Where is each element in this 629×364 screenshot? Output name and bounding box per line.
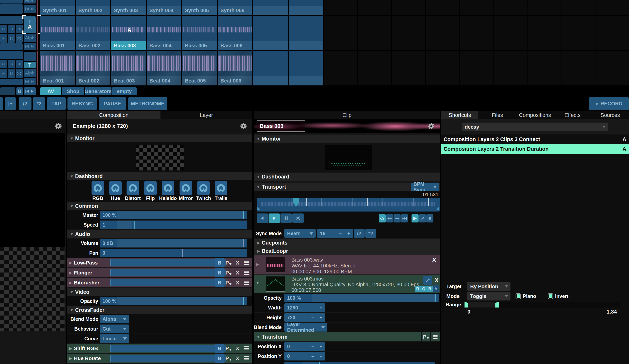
tab-compositions[interactable]: Compositions [516,111,554,119]
bpm-double-button[interactable]: *2 [33,97,45,110]
clip-cell[interactable]: Bass 006 [218,16,252,50]
tab-layer[interactable]: Layer [161,111,252,119]
section-cuepoints[interactable]: ▶Cuepoints [254,239,440,247]
fx-slider[interactable] [110,355,226,362]
video-file-block[interactable]: ▼ Bass 003.mov DXV 3.0 Normal Quality, N… [254,275,440,293]
fx-bitcrusher[interactable]: ▶ Bitcrusher B P X [67,278,252,287]
fx-preset-button[interactable]: P [224,268,233,277]
play-backward-button[interactable] [257,214,268,223]
restart-trigger-button[interactable] [412,214,419,223]
fx-bypass-button[interactable]: B [215,268,224,277]
fx-slider[interactable] [110,269,226,276]
timeline[interactable] [257,198,440,212]
width-stepper[interactable]: 1280 – + [284,303,325,312]
shortcut-item[interactable]: Composition Layers 2 Clips 3 Connect A [441,135,629,144]
bpm-half-button[interactable]: /2 [18,97,31,110]
scale-slider[interactable]: 100 % [284,362,435,364]
dial-trails[interactable]: Trails [209,181,233,201]
clip-cell-empty[interactable] [253,0,288,15]
range-min-handle[interactable] [465,302,468,308]
layer-trigger-button[interactable]: T [24,62,36,68]
play-forward-button[interactable] [269,214,280,223]
speed-slider[interactable]: 1 [100,221,247,229]
clip-cell-empty[interactable] [253,16,288,50]
increment-button[interactable]: + [317,344,325,349]
channel-a-button[interactable]: A [433,285,439,292]
fx-remove-button[interactable]: X [233,354,242,363]
gear-icon[interactable] [55,122,62,130]
bpm-plus-button[interactable]: |+ [5,97,16,110]
clip-cell[interactable]: Beat 006 [218,51,252,85]
deck-tab-empty[interactable]: empty [112,87,137,95]
layer-ctl[interactable] [16,34,23,43]
fx-slider[interactable] [110,345,226,352]
tab-composition[interactable]: Composition [67,111,160,119]
metronome-button[interactable]: METRONOME [128,97,167,110]
range-max-handle[interactable] [495,302,499,308]
deck-tab-av[interactable]: AV [40,87,61,95]
random-button[interactable] [292,214,304,223]
fx-bypass-button[interactable]: B [215,258,224,267]
fx-lowpass[interactable]: ▶ Low-Pass B P X [67,258,252,267]
fx-menu-button[interactable] [242,258,251,267]
layer-ctl[interactable] [16,60,23,68]
layer-prev-next[interactable] [24,78,36,85]
layer-button[interactable] [0,0,23,3]
range-slider[interactable] [465,302,620,308]
clip-cell[interactable]: Synth 005 [182,0,217,15]
relative-trigger-button[interactable] [426,214,433,223]
fx-remove-button[interactable]: X [233,278,242,287]
bounce-button[interactable] [386,214,393,223]
pause-button[interactable]: PAUSE [99,97,126,110]
layer-blend-button[interactable]: Alph [24,0,36,3]
video-file-remove-button[interactable]: X [435,277,439,283]
clip-cell[interactable]: Bass 002 [76,16,110,50]
continue-trigger-button[interactable] [419,214,426,223]
deck-b-button[interactable]: B [16,87,23,95]
audio-file-remove-button[interactable]: X [432,256,436,263]
fx-preset-button[interactable]: P [224,344,233,353]
fx-menu-button[interactable] [242,278,251,287]
layer-button[interactable] [0,51,23,59]
layer-prev-next[interactable] [24,5,36,13]
fx-bypass-button[interactable]: B [215,354,224,363]
syncmode-dropdown[interactable]: Beats [284,229,316,238]
transform-menu-button[interactable] [430,332,439,341]
target-dropdown[interactable]: By Position [467,282,510,291]
deck-tab-shop[interactable]: Shop [62,87,84,95]
posy-stepper[interactable]: 0 – + [284,352,325,361]
clip-cell-empty[interactable] [289,16,323,50]
fx-huerotate[interactable]: ▶ Hue Rotate B P X [67,354,252,363]
clip-cell[interactable]: Synth 003 [111,0,146,15]
fx-preset-button[interactable]: P [224,354,233,363]
clip-blendmode-dropdown[interactable]: Layer Determined [284,323,327,332]
layer-blend-button[interactable]: Alph [24,69,36,77]
pause-button[interactable] [281,214,292,223]
piano-checkbox[interactable] [516,293,521,299]
decrement-button[interactable]: – [336,231,345,236]
fx-shiftrgb[interactable]: ▶ Shift RGB B P X [67,344,252,353]
clip-cell[interactable]: Synth 004 [147,0,181,15]
section-crossfader[interactable]: ▼CrossFader [67,306,252,314]
layer-button[interactable] [0,43,23,50]
layer-button[interactable] [0,4,23,14]
clip-cell[interactable]: Beat 004 [147,51,181,85]
fx-preset-button[interactable]: P [224,278,233,287]
loop-button[interactable] [379,214,386,223]
fx-slider[interactable] [110,259,226,266]
section-transport[interactable]: ▼Transport BPM Sync [254,183,440,191]
layer-blend-button[interactable]: Alph [24,34,36,42]
fx-menu-button[interactable] [242,354,251,363]
deck-tab-generators[interactable]: Generators [85,87,112,95]
clip-name-field[interactable]: Bass 003 [257,121,305,132]
play-hold-button[interactable] [401,214,408,223]
deck-button[interactable] [0,87,15,95]
layer-ctl[interactable] [0,69,7,78]
resync-button[interactable]: RESYNC [67,97,97,110]
section-common[interactable]: ▼Common [67,202,252,210]
clip-cell[interactable]: Synth 002 [76,0,110,15]
layer-prev-next[interactable] [24,43,36,50]
transform-preset-button[interactable]: P [421,332,430,341]
clip-cell[interactable]: Beat 002 [76,51,110,85]
increment-button[interactable]: + [345,231,353,236]
